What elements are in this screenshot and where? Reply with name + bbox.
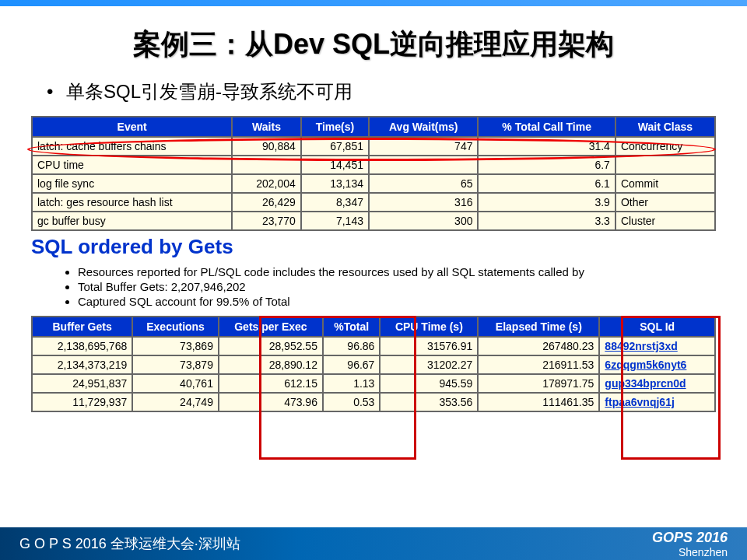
- cell: 73,869: [132, 337, 219, 355]
- col-header: Waits: [232, 117, 301, 137]
- note-item: Captured SQL account for 99.5% of Total: [78, 295, 747, 308]
- sql-id-link[interactable]: 88492nrstj3xd: [605, 340, 677, 352]
- cell: 2,134,373,219: [32, 355, 132, 374]
- cell: 6.1: [478, 174, 615, 193]
- cell: gc buffer busy: [32, 212, 232, 230]
- table-row: gc buffer busy23,7707,1433003.3Cluster: [32, 212, 715, 230]
- cell: 31.4: [478, 137, 615, 156]
- footer-left: G O P S 2016 全球运维大会·深圳站: [19, 534, 240, 553]
- note-item: Resources reported for PL/SQL code inclu…: [78, 265, 747, 278]
- cell: 945.59: [380, 374, 478, 393]
- col-header: SQL Id: [599, 317, 715, 337]
- table-row: 2,138,695,76873,86928,952.5596.8631576.9…: [32, 337, 715, 355]
- cell: 473.96: [219, 393, 323, 411]
- slide-title: 案例三：从Dev SQL逆向推理应用架构: [0, 26, 747, 64]
- cell: 28,952.55: [219, 337, 323, 355]
- cell: 3.3: [478, 212, 615, 230]
- col-header: %Total: [323, 317, 380, 337]
- col-header: CPU Time (s): [380, 317, 478, 337]
- sql-table-wrap: Buffer GetsExecutionsGets per Exec%Total…: [31, 316, 716, 412]
- col-header: Event: [32, 117, 232, 137]
- footer-city: Shenzhen: [652, 546, 728, 558]
- events-table-wrap: EventWaitsTime(s)Avg Wait(ms)% Total Cal…: [31, 116, 716, 231]
- cell: 24,951,837: [32, 374, 132, 393]
- cell: 26,429: [232, 193, 301, 212]
- footer-bar: G O P S 2016 全球运维大会·深圳站 GOPS 2016 Shenzh…: [0, 527, 747, 560]
- table-row: 24,951,83740,761612.151.13945.59178971.7…: [32, 374, 715, 393]
- cell: 28,890.12: [219, 355, 323, 374]
- footer-brand: GOPS 2016: [652, 530, 728, 546]
- cell: 6zqqgm5k6nyt6: [599, 355, 715, 374]
- col-header: Time(s): [301, 117, 369, 137]
- cell: 88492nrstj3xd: [599, 337, 715, 355]
- cell: 353.56: [380, 393, 478, 411]
- col-header: Elapsed Time (s): [478, 317, 599, 337]
- cell: 67,851: [301, 137, 369, 156]
- cell: 40,761: [132, 374, 219, 393]
- cell: 612.15: [219, 374, 323, 393]
- cell: [232, 156, 301, 174]
- cell: Concurrency: [615, 137, 715, 156]
- cell: 90,884: [232, 137, 301, 156]
- cell: ftpaa6vnqj61j: [599, 393, 715, 411]
- bullet-text: 单条SQL引发雪崩-导致系统不可用: [47, 79, 747, 104]
- sql-id-link[interactable]: 6zqqgm5k6nyt6: [605, 359, 686, 371]
- table-row: 2,134,373,21973,87928,890.1296.6731202.2…: [32, 355, 715, 374]
- notes-list: Resources reported for PL/SQL code inclu…: [78, 265, 747, 308]
- cell: 14,451: [301, 156, 369, 174]
- cell: CPU time: [32, 156, 232, 174]
- cell: 202,004: [232, 174, 301, 193]
- col-header: Buffer Gets: [32, 317, 132, 337]
- sql-id-link[interactable]: ftpaa6vnqj61j: [605, 396, 674, 408]
- cell: latch: cache buffers chains: [32, 137, 232, 156]
- col-header: Gets per Exec: [219, 317, 323, 337]
- cell: 96.67: [323, 355, 380, 374]
- table-row: log file sync202,00413,134656.1Commit: [32, 174, 715, 193]
- cell: 2,138,695,768: [32, 337, 132, 355]
- cell: 31576.91: [380, 337, 478, 355]
- cell: 267480.23: [478, 337, 599, 355]
- cell: log file sync: [32, 174, 232, 193]
- cell: 1.13: [323, 374, 380, 393]
- cell: 316: [369, 193, 478, 212]
- cell: 7,143: [301, 212, 369, 230]
- cell: latch: ges resource hash list: [32, 193, 232, 212]
- cell: 178971.75: [478, 374, 599, 393]
- cell: 8,347: [301, 193, 369, 212]
- col-header: Executions: [132, 317, 219, 337]
- col-header: Wait Class: [615, 117, 715, 137]
- footer-right: GOPS 2016 Shenzhen: [652, 530, 728, 558]
- events-table: EventWaitsTime(s)Avg Wait(ms)% Total Cal…: [31, 116, 716, 231]
- table-row: 11,729,93724,749473.960.53353.56111461.3…: [32, 393, 715, 411]
- cell: [369, 156, 478, 174]
- note-item: Total Buffer Gets: 2,207,946,202: [78, 280, 747, 293]
- table-row: latch: cache buffers chains90,88467,8517…: [32, 137, 715, 156]
- cell: 111461.35: [478, 393, 599, 411]
- col-header: % Total Call Time: [478, 117, 615, 137]
- cell: Cluster: [615, 212, 715, 230]
- cell: 73,879: [132, 355, 219, 374]
- cell: 13,134: [301, 174, 369, 193]
- cell: 31202.27: [380, 355, 478, 374]
- cell: Other: [615, 193, 715, 212]
- cell: 96.86: [323, 337, 380, 355]
- cell: [615, 156, 715, 174]
- cell: 6.7: [478, 156, 615, 174]
- cell: 747: [369, 137, 478, 156]
- cell: 11,729,937: [32, 393, 132, 411]
- cell: 216911.53: [478, 355, 599, 374]
- cell: 23,770: [232, 212, 301, 230]
- cell: Commit: [615, 174, 715, 193]
- col-header: Avg Wait(ms): [369, 117, 478, 137]
- cell: 3.9: [478, 193, 615, 212]
- sql-table: Buffer GetsExecutionsGets per Exec%Total…: [31, 316, 716, 412]
- cell: 300: [369, 212, 478, 230]
- cell: 65: [369, 174, 478, 193]
- cell: gup334bprcn0d: [599, 374, 715, 393]
- cell: 24,749: [132, 393, 219, 411]
- section-title: SQL ordered by Gets: [31, 235, 747, 259]
- table-row: CPU time14,4516.7: [32, 156, 715, 174]
- sql-id-link[interactable]: gup334bprcn0d: [605, 377, 686, 390]
- top-accent-bar: [0, 0, 747, 6]
- table-row: latch: ges resource hash list26,4298,347…: [32, 193, 715, 212]
